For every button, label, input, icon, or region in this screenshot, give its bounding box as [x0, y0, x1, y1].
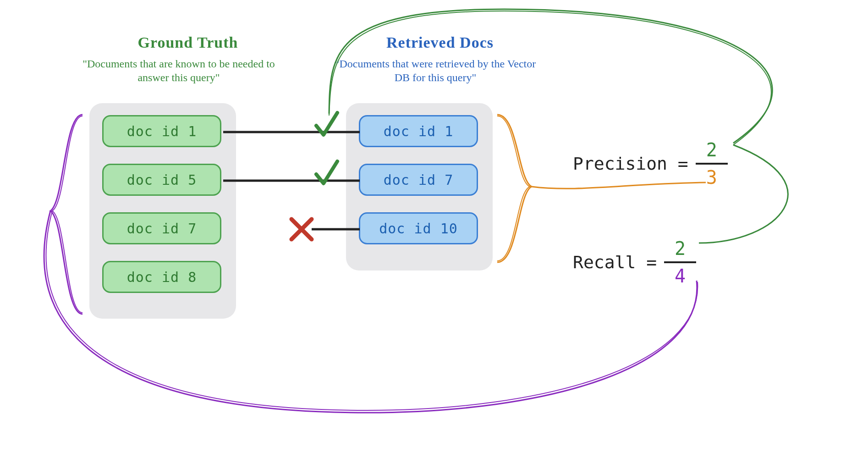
gt-doc-chip: doc id 7 [102, 212, 221, 244]
brace-retrieved [497, 115, 532, 262]
gt-doc-chip: doc id 8 [102, 261, 221, 293]
recall-fraction: 2 4 [664, 238, 696, 286]
precision-label: Precision = [573, 154, 688, 174]
svg-line-1 [291, 219, 312, 239]
gt-doc-chip: doc id 5 [102, 164, 221, 196]
brace-retrieved-dup [497, 116, 530, 261]
retrieved-panel: doc id 1 doc id 7 doc id 10 [346, 103, 493, 271]
gt-doc-chip: doc id 1 [102, 115, 221, 147]
recall-num: 2 [675, 238, 686, 259]
retrieved-heading: Retrieved Docs [362, 34, 518, 51]
check-icon [316, 161, 337, 183]
ret-doc-chip: doc id 7 [359, 164, 478, 196]
fraction-bar [696, 163, 728, 165]
recall-formula: Recall = 2 4 [573, 238, 696, 286]
retrieved-sub: "Documents that were retrieved by the Ve… [330, 57, 541, 84]
brace-ground-truth [50, 115, 82, 314]
fraction-bar [664, 261, 696, 263]
ground-truth-heading: Ground Truth [110, 34, 266, 51]
precision-fraction: 2 3 [696, 140, 728, 188]
recall-den: 4 [675, 266, 686, 286]
ground-truth-panel: doc id 1 doc id 5 doc id 7 doc id 8 [89, 103, 236, 319]
precision-den: 3 [706, 167, 717, 188]
cross-icon [291, 219, 312, 239]
precision-num: 2 [706, 140, 717, 160]
check-icon [316, 113, 337, 135]
brace-ground-truth-dup [52, 116, 82, 313]
recall-label: Recall = [573, 252, 657, 272]
ret-doc-chip: doc id 1 [359, 115, 478, 147]
precision-formula: Precision = 2 3 [573, 140, 728, 188]
svg-line-0 [291, 219, 312, 239]
diagram-root: Ground Truth "Documents that are known t… [0, 0, 868, 453]
ground-truth-sub: "Documents that are known to be needed t… [69, 57, 289, 84]
ret-doc-chip: doc id 10 [359, 212, 478, 244]
